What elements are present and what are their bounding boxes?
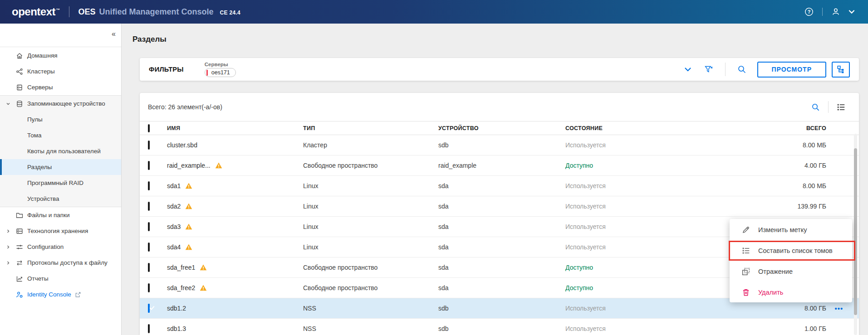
select-all-checkbox[interactable] bbox=[148, 124, 150, 132]
table-row[interactable]: cluster.sbd Кластер sdb Используется 8.0… bbox=[140, 135, 859, 155]
collapse-filters-chevron-icon[interactable] bbox=[683, 65, 692, 74]
sidebar-item-label: Запоминающее устройство bbox=[27, 100, 105, 107]
menu-item-delete[interactable]: Удалить bbox=[730, 282, 852, 303]
chevron-right-icon bbox=[6, 261, 16, 265]
filter-search-icon[interactable] bbox=[737, 65, 746, 74]
trash-icon bbox=[742, 288, 750, 296]
row-checkbox[interactable] bbox=[148, 161, 150, 170]
sidebar-item-partitions[interactable]: Разделы bbox=[0, 159, 121, 175]
sidebar-item-label: Домашняя bbox=[27, 52, 58, 59]
warning-icon bbox=[215, 162, 222, 169]
table-search-icon[interactable] bbox=[811, 103, 820, 112]
sidebar-nav: Домашняя Кластеры Серверы Запоминающее у… bbox=[0, 47, 121, 302]
table-toolbar: Всего: 26 элемент(-а/-ов) bbox=[140, 93, 859, 121]
sidebar-item-servers[interactable]: Серверы bbox=[0, 79, 121, 95]
sliders-icon bbox=[16, 243, 23, 251]
sidebar-item-label: Identity Console bbox=[27, 291, 71, 298]
sidebar-item-clusters[interactable]: Кластеры bbox=[0, 63, 121, 79]
status-text: Используется bbox=[565, 182, 767, 189]
menu-item-mirror[interactable]: Отражение bbox=[730, 261, 852, 282]
identity-console-icon bbox=[16, 291, 23, 298]
menu-item-volume-list[interactable]: Составить список томов bbox=[730, 240, 852, 261]
row-checkbox[interactable] bbox=[148, 283, 150, 292]
home-icon bbox=[16, 52, 23, 59]
opentext-logo: opentext™ bbox=[12, 5, 60, 18]
sidebar-item-volumes[interactable]: Тома bbox=[0, 127, 121, 143]
row-checkbox[interactable] bbox=[148, 181, 150, 190]
page-title: Разделы bbox=[132, 35, 167, 44]
row-checkbox[interactable] bbox=[148, 324, 150, 333]
sidebar-collapse-button[interactable]: « bbox=[112, 30, 116, 38]
status-text: Используется bbox=[565, 203, 767, 210]
sidebar-item-software-raid[interactable]: Программный RAID bbox=[0, 175, 121, 191]
row-context-menu: Изменить метку Составить список томов От… bbox=[730, 219, 852, 302]
warning-icon bbox=[200, 284, 207, 291]
status-text: Используется bbox=[565, 141, 767, 149]
chevron-down-icon bbox=[6, 102, 16, 106]
reports-icon bbox=[16, 275, 23, 282]
table-row[interactable]: sda2 Linux sda Используется 139.99 ГБ bbox=[140, 196, 859, 217]
sidebar-item-pools[interactable]: Пулы bbox=[0, 112, 121, 127]
sidebar-item-storage[interactable]: Запоминающее устройство bbox=[0, 96, 121, 112]
folder-icon bbox=[16, 212, 23, 219]
row-checkbox[interactable] bbox=[148, 141, 150, 150]
row-checkbox[interactable] bbox=[148, 222, 150, 231]
sidebar-item-configuration[interactable]: Configuration bbox=[0, 239, 121, 255]
user-icon[interactable] bbox=[831, 7, 840, 16]
table-row[interactable]: sdb1.3 NSS sdb Используется 1.00 ГБ bbox=[140, 319, 859, 335]
server-icon bbox=[16, 84, 23, 91]
sidebar-item-file-access-protocols[interactable]: Протоколы доступа к файлу bbox=[0, 255, 121, 271]
warning-icon bbox=[200, 264, 207, 271]
sidebar-item-home[interactable]: Домашняя bbox=[0, 48, 121, 63]
warning-icon bbox=[185, 182, 192, 189]
storage-device-icon bbox=[16, 100, 23, 107]
table-scrollbar-thumb[interactable] bbox=[854, 148, 857, 315]
sidebar-item-label: Отчеты bbox=[27, 275, 49, 282]
protocols-icon bbox=[16, 259, 23, 267]
filters-label: ФИЛЬТРЫ bbox=[149, 66, 184, 73]
row-checkbox[interactable] bbox=[148, 263, 150, 272]
status-text: Доступно bbox=[565, 162, 767, 169]
row-actions-menu-icon[interactable]: ••• bbox=[835, 305, 843, 312]
row-checkbox[interactable] bbox=[148, 243, 150, 252]
table-row[interactable]: sda1 Linux sda Используется 8.00 МБ bbox=[140, 176, 859, 196]
pencil-icon bbox=[742, 226, 750, 234]
warning-icon bbox=[185, 203, 192, 210]
header-icons-divider bbox=[822, 8, 823, 16]
filter-chip-oes171[interactable]: oes171 bbox=[205, 68, 236, 77]
sidebar-item-label: Протоколы доступа к файлу bbox=[27, 259, 108, 266]
sidebar-item-quotas[interactable]: Квоты для пользователей bbox=[0, 143, 121, 159]
row-checkbox-checked[interactable] bbox=[148, 304, 150, 313]
sidebar-header: « bbox=[0, 24, 121, 47]
table-summary: Всего: 26 элемент(-а/-ов) bbox=[148, 103, 222, 111]
sidebar-item-reports[interactable]: Отчеты bbox=[0, 271, 121, 286]
row-checkbox[interactable] bbox=[148, 202, 150, 211]
sidebar-item-devices[interactable]: Устройства bbox=[0, 191, 121, 207]
chevron-right-icon bbox=[6, 229, 16, 233]
table-header-row: ИМЯ ТИП УСТРОЙСТВО СОСТОЯНИЕ ВСЕГО bbox=[140, 121, 859, 135]
user-menu-chevron-icon[interactable] bbox=[847, 7, 856, 16]
mirror-icon bbox=[742, 267, 750, 276]
filter-group-label: Серверы bbox=[205, 62, 236, 67]
chevron-right-icon bbox=[6, 245, 16, 249]
filters-bar: ФИЛЬТРЫ Серверы oes171 ПРОСМОТР bbox=[140, 58, 859, 81]
help-icon[interactable]: ? bbox=[804, 7, 814, 16]
sidebar-item-storage-tech[interactable]: Технология хранения bbox=[0, 223, 121, 239]
storage-tech-icon bbox=[16, 228, 23, 235]
table-row[interactable]: raid_example... Свободное пространство r… bbox=[140, 155, 859, 176]
sidebar-item-files-folders[interactable]: Файлы и папки bbox=[0, 207, 121, 223]
sidebar-item-identity-console[interactable]: Identity Console bbox=[0, 286, 121, 302]
version-badge: CE 24.4 bbox=[220, 10, 240, 16]
menu-item-edit-label[interactable]: Изменить метку bbox=[730, 219, 852, 240]
column-header-state: СОСТОЯНИЕ bbox=[565, 125, 767, 131]
column-settings-icon[interactable] bbox=[837, 103, 845, 112]
chip-color-bar bbox=[206, 70, 208, 76]
column-header-device: УСТРОЙСТВО bbox=[438, 125, 565, 131]
clear-filter-icon[interactable] bbox=[704, 65, 713, 74]
sidebar-item-label: Серверы bbox=[27, 84, 53, 91]
column-header-name: ИМЯ bbox=[167, 125, 303, 131]
tree-view-button[interactable] bbox=[832, 62, 850, 78]
table-scrollbar-track[interactable] bbox=[854, 134, 857, 335]
view-button[interactable]: ПРОСМОТР bbox=[757, 62, 826, 78]
app-header: opentext™ OES Unified Management Console… bbox=[0, 0, 868, 24]
